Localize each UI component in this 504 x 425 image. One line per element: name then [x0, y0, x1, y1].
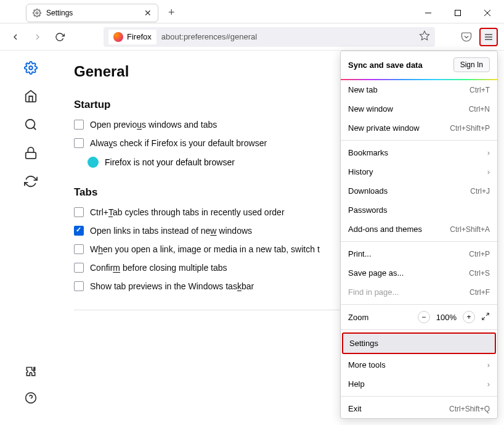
label-showprev: Show tab previews in the Windows taskbar — [90, 281, 254, 291]
toolbar: Firefox about:preferences#general — [0, 23, 504, 51]
menu-exit[interactable]: ExitCtrl+Shift+Q — [341, 399, 497, 418]
chevron-right-icon: › — [487, 167, 490, 176]
checkbox-always-check[interactable] — [74, 138, 84, 148]
chevron-right-icon: › — [487, 148, 490, 157]
window-controls — [414, 4, 504, 22]
label-always-check: Always check if Firefox is your default … — [90, 138, 267, 148]
sidebar-item-general[interactable] — [22, 59, 39, 76]
svg-point-0 — [36, 12, 38, 14]
label-switchto: When you open a link, image or media in … — [90, 244, 320, 254]
app-menu: Sync and save data Sign In New tabCtrl+T… — [340, 51, 498, 419]
menu-sync-title: Sync and save data — [348, 60, 423, 70]
zoom-in-button[interactable]: + — [463, 311, 475, 323]
zoom-out-button[interactable]: − — [418, 311, 430, 323]
url-identity[interactable]: Firefox — [108, 30, 156, 44]
close-window-button[interactable] — [473, 4, 502, 22]
maximize-button[interactable] — [444, 4, 472, 22]
checkbox-ctrltab[interactable] — [74, 207, 84, 217]
menu-moretools[interactable]: More tools› — [341, 355, 497, 374]
zoom-label: Zoom — [348, 313, 368, 322]
new-tab-button[interactable]: + — [165, 6, 179, 19]
firefox-status-icon — [87, 157, 99, 168]
svg-marker-5 — [420, 31, 429, 40]
reload-button[interactable] — [51, 28, 69, 46]
chevron-right-icon: › — [487, 379, 490, 389]
menu-newwindow[interactable]: New windowCtrl+N — [341, 99, 497, 118]
forward-button[interactable] — [28, 28, 47, 46]
menu-addons[interactable]: Add-ons and themesCtrl+Shift+A — [341, 220, 497, 239]
menu-newtab[interactable]: New tabCtrl+T — [341, 80, 497, 99]
menu-bookmarks[interactable]: Bookmarks› — [341, 143, 497, 162]
url-text: about:preferences#general — [161, 32, 414, 41]
checkbox-openlinks[interactable] — [74, 226, 84, 236]
zoom-value: 100% — [436, 313, 457, 322]
browser-tab[interactable]: Settings ✕ — [26, 4, 158, 22]
back-button[interactable] — [6, 28, 25, 46]
svg-rect-2 — [455, 10, 461, 15]
titlebar: Settings ✕ + — [0, 0, 504, 23]
sidebar-item-privacy[interactable] — [22, 144, 39, 162]
checkbox-showprev[interactable] — [74, 281, 84, 291]
menu-history[interactable]: History› — [341, 162, 497, 181]
svg-rect-12 — [26, 152, 36, 159]
signin-button[interactable]: Sign In — [453, 57, 490, 72]
label-ctrltab: Ctrl+Tab cycles through tabs in recently… — [90, 207, 285, 217]
label-open-previous: Open previous windows and tabs — [90, 120, 217, 130]
svg-point-10 — [26, 120, 35, 129]
svg-line-15 — [486, 313, 489, 315]
menu-newprivate[interactable]: New private windowCtrl+Shift+P — [341, 118, 497, 138]
close-tab-button[interactable]: ✕ — [144, 8, 152, 18]
sidebar-item-extensions[interactable] — [22, 363, 39, 381]
menu-zoom: Zoom − 100% + — [341, 307, 497, 327]
checkbox-open-previous[interactable] — [74, 120, 84, 130]
fullscreen-button[interactable] — [481, 312, 490, 323]
tab-title: Settings — [46, 9, 139, 17]
menu-savepage[interactable]: Save page as...Ctrl+S — [341, 263, 497, 283]
svg-line-11 — [33, 127, 36, 130]
checkbox-switchto[interactable] — [74, 244, 84, 254]
sidebar-item-search[interactable] — [22, 116, 39, 133]
firefox-icon — [113, 32, 123, 42]
sidebar-item-help[interactable] — [22, 389, 39, 406]
pocket-button[interactable] — [457, 28, 476, 46]
label-openlinks: Open links in tabs instead of new window… — [90, 226, 252, 236]
url-identity-label: Firefox — [127, 32, 152, 41]
menu-help[interactable]: Help› — [341, 374, 497, 394]
chevron-right-icon: › — [487, 360, 490, 369]
url-bar[interactable]: Firefox about:preferences#general — [104, 27, 435, 47]
bookmark-star-button[interactable] — [419, 30, 430, 43]
menu-print[interactable]: Print...Ctrl+P — [341, 244, 497, 263]
menu-sync-header: Sync and save data Sign In — [341, 51, 497, 79]
menu-downloads[interactable]: DownloadsCtrl+J — [341, 181, 497, 200]
label-confirm: Confirm before closing multiple tabs — [90, 263, 227, 273]
checkbox-confirm[interactable] — [74, 263, 84, 273]
menu-passwords[interactable]: Passwords — [341, 200, 497, 220]
menu-findinpage[interactable]: Find in page...Ctrl+F — [341, 283, 497, 302]
svg-point-9 — [29, 66, 33, 70]
default-browser-text: Firefox is not your default browser — [105, 157, 235, 167]
menu-settings[interactable]: Settings — [342, 332, 496, 354]
minimize-button[interactable] — [414, 4, 442, 22]
gear-icon — [33, 9, 41, 17]
app-menu-button[interactable] — [479, 28, 498, 46]
svg-line-16 — [482, 317, 485, 320]
settings-sidebar — [0, 51, 62, 425]
sidebar-item-home[interactable] — [22, 88, 39, 105]
sidebar-item-sync[interactable] — [22, 173, 39, 190]
